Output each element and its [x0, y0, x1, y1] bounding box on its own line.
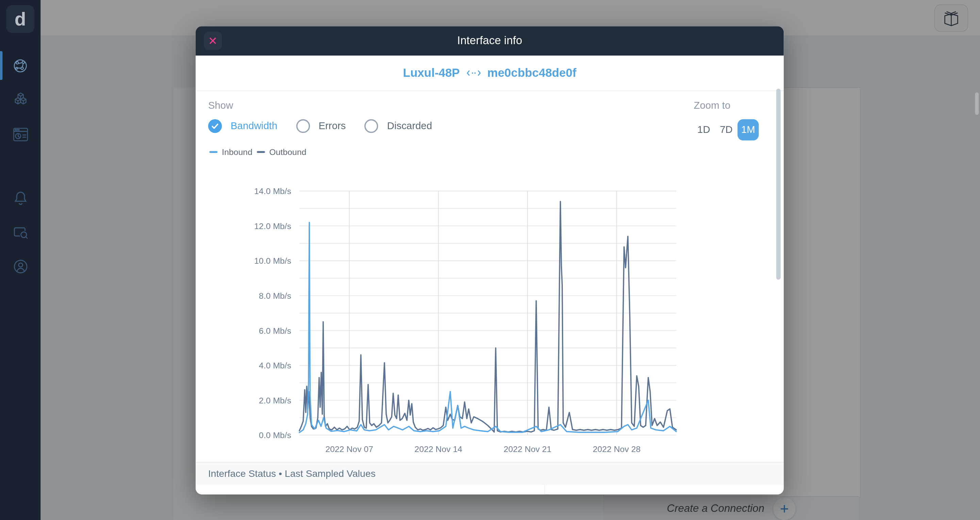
status-table-cell — [549, 485, 784, 495]
zoom-1m-button[interactable]: 1M — [737, 119, 759, 140]
device-link-left[interactable]: Luxul-48P — [403, 66, 460, 80]
sidebar-item-device-scan[interactable] — [0, 218, 40, 246]
zoom-1d-button[interactable]: 1D — [692, 124, 715, 136]
svg-text:2.0 Mb/s: 2.0 Mb/s — [259, 396, 291, 405]
inbound-legend-swatch — [209, 151, 218, 153]
inbound-legend-label: Inbound — [222, 147, 253, 157]
sidebar: d — [0, 0, 40, 520]
sidebar-item-network[interactable] — [0, 51, 40, 80]
chart-legend: Inbound Outbound — [209, 147, 306, 157]
status-table-cell — [196, 485, 545, 495]
modal-header: Interface info — [196, 26, 784, 55]
svg-text:2022 Nov 07: 2022 Nov 07 — [325, 445, 373, 454]
link-arrows-icon — [466, 68, 481, 78]
interface-info-modal: Interface info ✕ Luxul-48P me0cbbc48de0f… — [196, 26, 784, 495]
svg-text:2022 Nov 28: 2022 Nov 28 — [593, 445, 641, 454]
close-icon: ✕ — [208, 34, 218, 48]
svg-text:14.0 Mb/s: 14.0 Mb/s — [254, 187, 291, 196]
svg-text:6.0 Mb/s: 6.0 Mb/s — [259, 326, 291, 335]
bandwidth-chart-svg[interactable]: 0.0 Mb/s2.0 Mb/s4.0 Mb/s6.0 Mb/s8.0 Mb/s… — [243, 185, 680, 460]
cubes-icon — [12, 92, 29, 108]
outbound-legend-swatch — [257, 151, 265, 153]
interface-status-heading: Interface Status • Last Sampled Values — [196, 462, 784, 485]
user-icon — [12, 258, 29, 274]
logo-letter: d — [14, 8, 26, 30]
svg-text:2022 Nov 14: 2022 Nov 14 — [414, 445, 463, 454]
sidebar-item-assets[interactable] — [0, 86, 40, 114]
footer-heading-text: Interface Status • Last Sampled Values — [208, 468, 375, 480]
dashboard-report-icon — [12, 127, 29, 142]
bell-icon — [12, 190, 29, 207]
page-scrollbar-thumb[interactable] — [975, 92, 978, 115]
svg-text:4.0 Mb/s: 4.0 Mb/s — [259, 361, 291, 370]
svg-text:10.0 Mb/s: 10.0 Mb/s — [254, 256, 291, 265]
radio-discarded-label[interactable]: Discarded — [387, 120, 432, 132]
radio-errors-label[interactable]: Errors — [318, 120, 346, 132]
svg-text:8.0 Mb/s: 8.0 Mb/s — [259, 291, 291, 300]
modal-title: Interface info — [457, 34, 522, 48]
radio-bandwidth[interactable] — [208, 119, 222, 133]
svg-text:0.0 Mb/s: 0.0 Mb/s — [259, 431, 291, 440]
zoom-7d-button[interactable]: 7D — [715, 124, 737, 136]
interface-link-row: Luxul-48P me0cbbc48de0f — [196, 55, 784, 91]
radio-errors[interactable] — [296, 119, 310, 133]
radio-bandwidth-label[interactable]: Bandwidth — [231, 120, 277, 132]
app-logo[interactable]: d — [6, 5, 34, 33]
radio-discarded[interactable] — [364, 119, 378, 133]
device-magnifier-icon — [12, 224, 29, 240]
zoom-buttons: 1D 7D 1M — [692, 119, 759, 140]
metric-options: Bandwidth Errors Discarded — [208, 119, 442, 133]
outbound-legend-label: Outbound — [269, 147, 306, 157]
device-link-right[interactable]: me0cbbc48de0f — [487, 66, 576, 80]
close-button[interactable]: ✕ — [204, 32, 222, 50]
sidebar-item-alerts[interactable] — [0, 184, 40, 213]
svg-text:12.0 Mb/s: 12.0 Mb/s — [254, 222, 291, 231]
sidebar-item-account[interactable] — [0, 252, 40, 281]
zoom-to-label: Zoom to — [694, 100, 730, 111]
network-globe-icon — [12, 57, 29, 74]
screen: d ‹ Sites Explorer/Draper Agent (Testing… — [0, 0, 980, 520]
modal-scrollbar-thumb[interactable] — [776, 89, 781, 280]
show-label: Show — [208, 100, 234, 111]
sidebar-item-reports[interactable] — [0, 120, 40, 149]
svg-text:2022 Nov 21: 2022 Nov 21 — [504, 445, 552, 454]
